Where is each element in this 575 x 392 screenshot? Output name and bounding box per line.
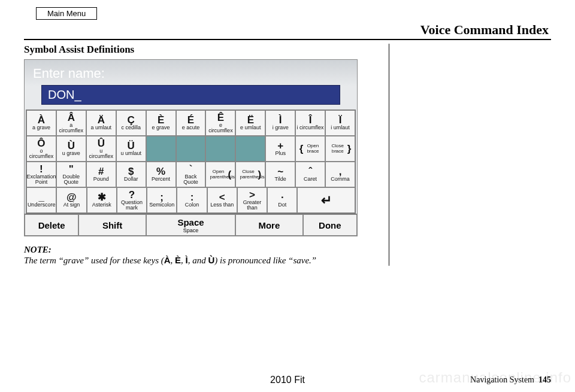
keyboard-row: _Underscore@At sign✱Asterisk?Question ma… xyxy=(26,187,355,213)
key-at-sign[interactable]: @At sign xyxy=(56,187,86,213)
nav-screen: Enter name: DON_ Àa graveÂa circumflexÄa… xyxy=(24,59,358,236)
page-title: Voice Command Index xyxy=(418,21,551,39)
key-caret[interactable]: ˆCaret xyxy=(295,162,325,187)
note-sym-a: À xyxy=(164,255,171,265)
note-sym-u: Ù xyxy=(208,255,215,265)
disabled-key xyxy=(205,136,235,162)
shift-button[interactable]: Shift xyxy=(78,214,146,236)
section-heading: Symbol Assist Definitions xyxy=(24,44,378,56)
key-open-brace[interactable]: {Open brace xyxy=(295,136,325,162)
keyboard-bottom-bar: Delete Shift Space Space More Done xyxy=(25,214,357,236)
delete-button[interactable]: Delete xyxy=(25,214,78,236)
key-e-acute[interactable]: Ée acute xyxy=(176,110,206,136)
note-before: The term “grave” used for these keys ( xyxy=(24,256,164,265)
key-close-brace[interactable]: Close brace} xyxy=(325,136,355,162)
key-underscore[interactable]: _Underscore xyxy=(26,187,56,213)
name-input[interactable]: DON_ xyxy=(41,85,340,105)
screen-prompt: Enter name: xyxy=(25,60,357,85)
space-label: Space xyxy=(177,217,204,227)
manual-page: Main Menu Voice Command Index Symbol Ass… xyxy=(0,0,575,392)
key-back-quote[interactable]: `Back Quote xyxy=(176,162,206,187)
done-button[interactable]: Done xyxy=(303,214,357,236)
key-question-mark[interactable]: ?Question mark xyxy=(117,187,147,213)
note-block: NOTE: The term “grave” used for these ke… xyxy=(24,245,378,266)
key-dot[interactable]: ·Dot xyxy=(267,187,297,213)
key-asterisk[interactable]: ✱Asterisk xyxy=(87,187,117,213)
footer-model: 2010 Fit xyxy=(270,375,305,385)
key-less-than[interactable]: <Less than xyxy=(207,187,237,213)
keyboard-row: !Exclamation Point"Double Quote#Pound$Do… xyxy=(26,162,355,187)
main-menu-button[interactable]: Main Menu xyxy=(36,7,97,20)
key-i-circumflex[interactable]: Îi circumflex xyxy=(295,110,325,136)
key-u-circumflex[interactable]: Ûu circumflex xyxy=(86,136,116,162)
left-column: Symbol Assist Definitions Enter name: DO… xyxy=(24,44,389,266)
key-a-grave[interactable]: Àa grave xyxy=(26,110,56,136)
key-u-grave[interactable]: Ùu grave xyxy=(56,136,86,162)
key-e-circumflex[interactable]: Êe circumflex xyxy=(205,110,235,136)
key-open-parenthesis[interactable]: Open parenthesis( xyxy=(205,162,235,187)
note-sep2: , xyxy=(181,256,186,265)
title-bar: Voice Command Index xyxy=(24,21,551,40)
enter-key[interactable]: ↵ xyxy=(297,187,355,213)
key-plus[interactable]: +Plus xyxy=(265,136,295,162)
keyboard-row: Ôo circumflexÙu graveÛu circumflexÜu uml… xyxy=(26,136,355,162)
note-label: NOTE: xyxy=(24,245,378,255)
key-close-parenthesis[interactable]: Close parenthesis) xyxy=(235,162,265,187)
key-pound[interactable]: #Pound xyxy=(86,162,116,187)
key-c-cedilla[interactable]: Çc cedilla xyxy=(116,110,146,136)
keyboard: Àa graveÂa circumflexÄa umlautÇc cedilla… xyxy=(26,110,356,214)
key-exclamation-point[interactable]: !Exclamation Point xyxy=(26,162,56,187)
disabled-key xyxy=(176,136,206,162)
key-colon[interactable]: :Colon xyxy=(177,187,207,213)
key-comma[interactable]: ,Comma xyxy=(325,162,355,187)
key-a-circumflex[interactable]: Âa circumflex xyxy=(56,110,86,136)
disabled-key xyxy=(146,136,176,162)
key-u-umlaut[interactable]: Üu umlaut xyxy=(116,136,146,162)
right-column xyxy=(389,44,551,266)
note-sym-e: È xyxy=(175,255,181,265)
key-percent[interactable]: %Percent xyxy=(146,162,176,187)
key-tilde[interactable]: ~Tilde xyxy=(265,162,295,187)
key-greater-than[interactable]: >Greater than xyxy=(237,187,267,213)
key-e-umlaut[interactable]: Ëe umlaut xyxy=(235,110,265,136)
space-sublabel: Space xyxy=(183,227,199,233)
content-columns: Symbol Assist Definitions Enter name: DO… xyxy=(24,44,551,266)
note-sep1: , xyxy=(171,256,175,265)
key-a-umlaut[interactable]: Äa umlaut xyxy=(86,110,116,136)
key-semicolon[interactable]: ;Semicolon xyxy=(147,187,177,213)
note-text: The term “grave” used for these keys (À,… xyxy=(24,256,316,265)
key-i-grave[interactable]: Ìi grave xyxy=(265,110,295,136)
key-i-umlaut[interactable]: Ïi umlaut xyxy=(325,110,355,136)
note-after: ) is pronounced like “save.” xyxy=(214,256,316,265)
keyboard-row: Àa graveÂa circumflexÄa umlautÇc cedilla… xyxy=(26,110,355,136)
note-sep3: , and xyxy=(188,256,208,265)
more-button[interactable]: More xyxy=(235,214,302,236)
key-double-quote[interactable]: "Double Quote xyxy=(56,162,86,187)
key-dollar[interactable]: $Dollar xyxy=(116,162,146,187)
key-e-grave[interactable]: Èe grave xyxy=(146,110,176,136)
disabled-key xyxy=(235,136,265,162)
key-o-circumflex[interactable]: Ôo circumflex xyxy=(26,136,56,162)
space-button[interactable]: Space Space xyxy=(146,214,235,236)
watermark: carmanualsonline.info xyxy=(419,369,571,386)
